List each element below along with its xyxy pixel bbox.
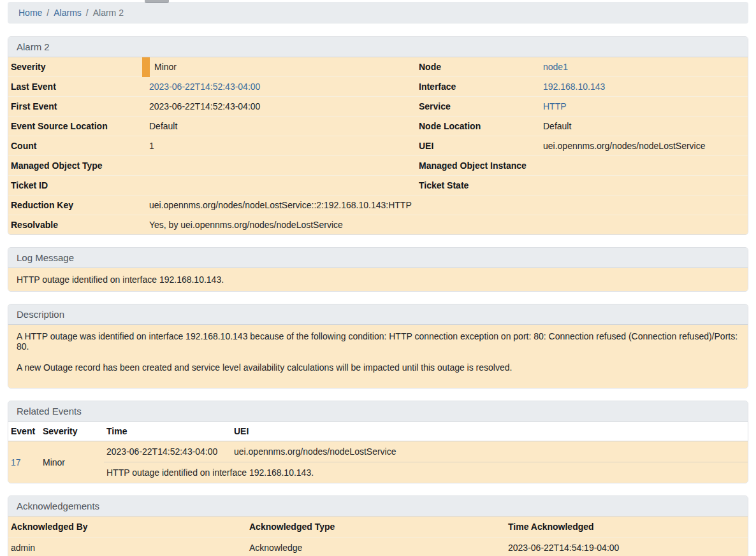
alarm-panel-title: Alarm 2	[8, 37, 748, 57]
related-events-header-row: Event Severity Time UEI	[8, 422, 748, 441]
table-row: Last Event 2023-06-22T14:52:43-04:00 Int…	[8, 77, 748, 97]
resolvable-label: Resolvable	[8, 215, 146, 235]
breadcrumb-link-home[interactable]: Home	[18, 8, 42, 18]
count-label: Count	[8, 136, 146, 156]
log-message-text: HTTP outage identified on interface 192.…	[8, 268, 748, 291]
resolvable-value: Yes, by uei.opennms.org/nodes/nodeLostSe…	[146, 215, 748, 235]
ticket-id-value	[146, 176, 416, 196]
severity-value: Minor	[146, 57, 416, 77]
acknowledged-type-column-header: Acknowledged Type	[247, 517, 505, 538]
breadcrumb-separator: /	[42, 8, 54, 18]
event-severity-value: Minor	[40, 441, 104, 483]
related-events-table: Event Severity Time UEI 17 Minor 2023-06…	[8, 422, 748, 483]
ticket-id-label: Ticket ID	[8, 176, 146, 196]
description-body: A HTTP outage was identified on interfac…	[8, 325, 748, 388]
severity-column-header: Severity	[40, 422, 104, 441]
acknowledgements-panel: Acknowledgements Acknowledged By Acknowl…	[8, 495, 748, 556]
first-event-value: 2023-06-22T14:52:43-04:00	[146, 97, 416, 117]
description-panel: Description A HTTP outage was identified…	[8, 304, 748, 388]
service-label: Service	[416, 97, 540, 117]
table-row: Count 1 UEI uei.opennms.org/nodes/nodeLo…	[8, 136, 748, 156]
event-source-location-label: Event Source Location	[8, 117, 146, 136]
alarm-detail-panel: Alarm 2 Severity Minor Node node1 Last E…	[8, 36, 748, 235]
breadcrumb-link-alarms[interactable]: Alarms	[54, 8, 82, 18]
acknowledgements-panel-title: Acknowledgements	[8, 496, 748, 517]
alarm-detail-table: Severity Minor Node node1 Last Event 202…	[8, 57, 748, 234]
table-row: First Event 2023-06-22T14:52:43-04:00 Se…	[8, 97, 748, 117]
acknowledged-by-column-header: Acknowledged By	[8, 517, 247, 538]
event-log-message: HTTP outage identified on interface 192.…	[104, 462, 748, 483]
managed-object-type-value	[146, 156, 416, 176]
description-paragraph: A new Outage record has been created and…	[17, 362, 739, 373]
table-row: Event Source Location Default Node Locat…	[8, 117, 748, 136]
uei-label: UEI	[416, 136, 540, 156]
managed-object-type-label: Managed Object Type	[8, 156, 146, 176]
description-panel-title: Description	[8, 304, 748, 325]
node-location-label: Node Location	[416, 117, 540, 136]
clipped-tooltip-artifact	[145, 0, 169, 3]
uei-value: uei.opennms.org/nodes/nodeLostService	[540, 136, 748, 156]
table-row: admin Acknowledge 2023-06-22T14:54:19-04…	[8, 538, 748, 556]
table-row: Severity Minor Node node1	[8, 57, 748, 77]
breadcrumb-separator: /	[82, 8, 93, 18]
page: Home/Alarms/Alarm 2 Alarm 2 Severity Min…	[0, 0, 756, 556]
count-value: 1	[146, 136, 416, 156]
reduction-key-label: Reduction Key	[8, 196, 146, 215]
interface-label: Interface	[416, 77, 540, 97]
acknowledgements-header-row: Acknowledged By Acknowledged Type Time A…	[8, 517, 748, 538]
acknowledgements-table: Acknowledged By Acknowledged Type Time A…	[8, 517, 748, 556]
reduction-key-value: uei.opennms.org/nodes/nodeLostService::2…	[146, 196, 748, 215]
ticket-state-value	[540, 176, 748, 196]
related-events-panel: Related Events Event Severity Time UEI 1…	[8, 401, 748, 483]
breadcrumb: Home/Alarms/Alarm 2	[8, 2, 748, 24]
managed-object-instance-label: Managed Object Instance	[416, 156, 540, 176]
table-row: Reduction Key uei.opennms.org/nodes/node…	[8, 196, 748, 215]
table-row: Resolvable Yes, by uei.opennms.org/nodes…	[8, 215, 748, 235]
table-row: 17 Minor 2023-06-22T14:52:43-04:00 uei.o…	[8, 441, 748, 462]
log-message-panel: Log Message HTTP outage identified on in…	[8, 247, 748, 292]
event-column-header: Event	[8, 422, 40, 441]
acknowledged-type-value: Acknowledge	[247, 538, 505, 556]
time-acknowledged-value: 2023-06-22T14:54:19-04:00	[505, 538, 748, 556]
description-paragraph: A HTTP outage was identified on interfac…	[17, 331, 739, 352]
acknowledged-by-value: admin	[8, 538, 247, 556]
node-link[interactable]: node1	[543, 62, 568, 72]
table-row: Managed Object Type Managed Object Insta…	[8, 156, 748, 176]
severity-label: Severity	[8, 57, 146, 77]
node-label: Node	[416, 57, 540, 77]
ticket-state-label: Ticket State	[416, 176, 540, 196]
log-message-panel-title: Log Message	[8, 248, 748, 268]
event-uei-value: uei.opennms.org/nodes/nodeLostService	[231, 441, 748, 462]
service-link[interactable]: HTTP	[543, 101, 567, 111]
interface-link[interactable]: 192.168.10.143	[543, 82, 605, 92]
related-events-panel-title: Related Events	[8, 401, 748, 422]
last-event-label: Last Event	[8, 77, 146, 97]
table-row: HTTP outage identified on interface 192.…	[8, 462, 748, 483]
uei-column-header: UEI	[231, 422, 748, 441]
time-acknowledged-column-header: Time Acknowledged	[505, 517, 748, 538]
node-location-value: Default	[540, 117, 748, 136]
first-event-label: First Event	[8, 97, 146, 117]
event-time-value: 2023-06-22T14:52:43-04:00	[104, 441, 231, 462]
last-event-link[interactable]: 2023-06-22T14:52:43-04:00	[149, 82, 260, 92]
breadcrumb-current-alarm-2: Alarm 2	[93, 8, 124, 18]
managed-object-instance-value	[540, 156, 748, 176]
event-id-link[interactable]: 17	[11, 457, 21, 467]
event-source-location-value: Default	[146, 117, 416, 136]
table-row: Ticket ID Ticket State	[8, 176, 748, 196]
time-column-header: Time	[104, 422, 231, 441]
